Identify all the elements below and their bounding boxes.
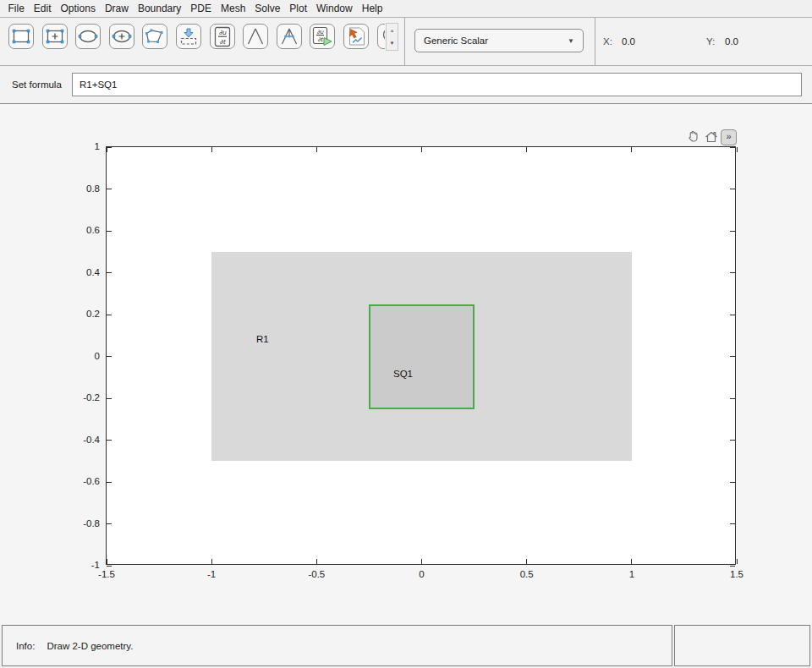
- toolbar-spinner: ▲ ▼: [386, 23, 398, 51]
- draw-polygon-button[interactable]: [142, 24, 167, 49]
- shape-SQ1[interactable]: [369, 304, 475, 409]
- initialize-mesh-button[interactable]: [243, 24, 268, 49]
- x-tick-mark: [211, 559, 212, 564]
- x-tick-label: 0.5: [502, 569, 552, 579]
- svg-text:∂t: ∂t: [219, 38, 226, 46]
- y-tick-mark: [730, 440, 735, 441]
- x-tick-mark: [526, 559, 527, 564]
- x-coordinate-value: 0.0: [622, 18, 635, 65]
- menu-window[interactable]: Window: [312, 0, 358, 17]
- set-formula-input[interactable]: [72, 73, 802, 96]
- x-tick-label: -1: [186, 569, 237, 579]
- boundary-mode-button[interactable]: [176, 24, 201, 49]
- x-tick-label: -0.5: [291, 569, 342, 579]
- y-tick-label: 1: [95, 141, 100, 151]
- menu-draw[interactable]: Draw: [100, 0, 133, 17]
- y-tick-label: -1: [91, 560, 100, 570]
- x-tick-mark: [107, 147, 107, 152]
- menu-solve[interactable]: Solve: [250, 0, 285, 17]
- zoom-button[interactable]: [377, 24, 385, 49]
- status-bar: Info: Draw 2-D geometry.: [0, 624, 812, 668]
- menu-plot[interactable]: Plot: [285, 0, 312, 17]
- menu-file[interactable]: File: [3, 0, 29, 17]
- y-tick-mark: [730, 482, 735, 483]
- spinner-down-icon[interactable]: ▼: [387, 37, 398, 51]
- menu-mesh[interactable]: Mesh: [216, 0, 250, 17]
- x-tick-mark: [737, 147, 738, 152]
- y-tick-mark: [730, 523, 735, 524]
- y-tick-mark: [107, 272, 112, 273]
- chevron-down-icon: ▼: [568, 37, 574, 45]
- set-formula-label: Set formula: [12, 67, 62, 103]
- polygon-icon: [145, 28, 165, 45]
- status-info-message: Draw 2-D geometry.: [47, 641, 133, 651]
- menu-options[interactable]: Options: [56, 0, 100, 17]
- menu-help[interactable]: Help: [357, 0, 387, 17]
- double-chevron-icon: »: [726, 131, 731, 141]
- draw-rectangle-centered-button[interactable]: [42, 24, 68, 49]
- svg-text:∂u: ∂u: [317, 29, 325, 36]
- x-tick-mark: [737, 559, 738, 564]
- draw-rectangle-button[interactable]: [8, 24, 34, 49]
- solve-pde-icon: ∂u ∂t: [311, 26, 333, 47]
- x-coordinate-label: X:: [603, 18, 612, 65]
- status-info-label: Info:: [16, 641, 35, 651]
- y-coordinate-value: 0.0: [725, 18, 738, 65]
- x-tick-mark: [316, 147, 317, 152]
- status-info-panel: Info: Draw 2-D geometry.: [2, 625, 672, 666]
- x-tick-mark: [421, 559, 422, 564]
- y-coordinate-label: Y:: [706, 18, 715, 65]
- plot-solution-button[interactable]: [343, 24, 369, 49]
- refine-mesh-button[interactable]: [277, 24, 302, 49]
- y-tick-label: 0.2: [86, 309, 100, 319]
- y-tick-mark: [730, 189, 735, 189]
- mesh-icon: [245, 27, 266, 46]
- y-tick-mark: [107, 440, 112, 441]
- y-tick-label: -0.8: [83, 518, 100, 528]
- rectangle-centered-icon: [45, 28, 65, 45]
- solve-pde-button[interactable]: ∂u ∂t: [310, 24, 335, 49]
- y-tick-label: -0.2: [83, 392, 100, 402]
- plot-solution-icon: [346, 26, 366, 47]
- spinner-up-icon[interactable]: ▲: [387, 24, 398, 37]
- x-tick-label: 0: [397, 569, 447, 579]
- draw-ellipse-button[interactable]: [75, 24, 101, 49]
- y-tick-mark: [107, 523, 112, 524]
- y-tick-label: 0.6: [86, 225, 100, 235]
- pde-specification-icon: ∂u ∂t: [212, 26, 233, 47]
- y-tick-mark: [107, 189, 112, 189]
- boundary-mode-icon: [178, 27, 199, 46]
- pan-icon[interactable]: [685, 129, 701, 145]
- x-tick-label: 1: [606, 569, 657, 579]
- drawing-canvas[interactable]: » R1 SQ1 -1.5-1-0.500.511.510.80.60.40.2…: [0, 104, 812, 624]
- x-tick-label: 1.5: [711, 569, 762, 579]
- y-tick-mark: [107, 231, 112, 232]
- rectangle-icon: [11, 28, 31, 45]
- y-tick-label: 0.4: [86, 267, 100, 277]
- application-mode-select[interactable]: Generic Scalar ▼: [414, 29, 584, 52]
- home-icon[interactable]: [703, 129, 719, 145]
- y-tick-mark: [730, 356, 735, 357]
- x-tick-mark: [421, 147, 422, 152]
- restore-view-button[interactable]: »: [721, 129, 737, 145]
- axes-toolbar: »: [685, 129, 737, 145]
- shape-label-SQ1: SQ1: [393, 369, 413, 379]
- y-tick-label: 0: [95, 351, 100, 361]
- pde-specification-button[interactable]: ∂u ∂t: [210, 24, 235, 49]
- svg-text:∂u: ∂u: [218, 29, 227, 36]
- x-tick-mark: [107, 559, 107, 564]
- menu-boundary[interactable]: Boundary: [133, 0, 185, 17]
- status-aux-panel: [674, 625, 810, 666]
- menu-edit[interactable]: Edit: [29, 0, 56, 17]
- axes-plot[interactable]: R1 SQ1 -1.5-1-0.500.511.510.80.60.40.20-…: [106, 146, 736, 565]
- y-tick-label: 0.8: [86, 183, 100, 194]
- y-tick-mark: [107, 566, 112, 567]
- toolbar-divider-2: [595, 18, 595, 65]
- menu-pde[interactable]: PDE: [186, 0, 217, 17]
- x-tick-label: -1.5: [81, 569, 132, 579]
- y-tick-mark: [107, 147, 112, 148]
- y-tick-mark: [730, 231, 735, 232]
- menu-bar: File Edit Options Draw Boundary PDE Mesh…: [0, 0, 812, 18]
- draw-ellipse-centered-button[interactable]: [109, 24, 134, 49]
- y-tick-label: -0.6: [83, 476, 100, 486]
